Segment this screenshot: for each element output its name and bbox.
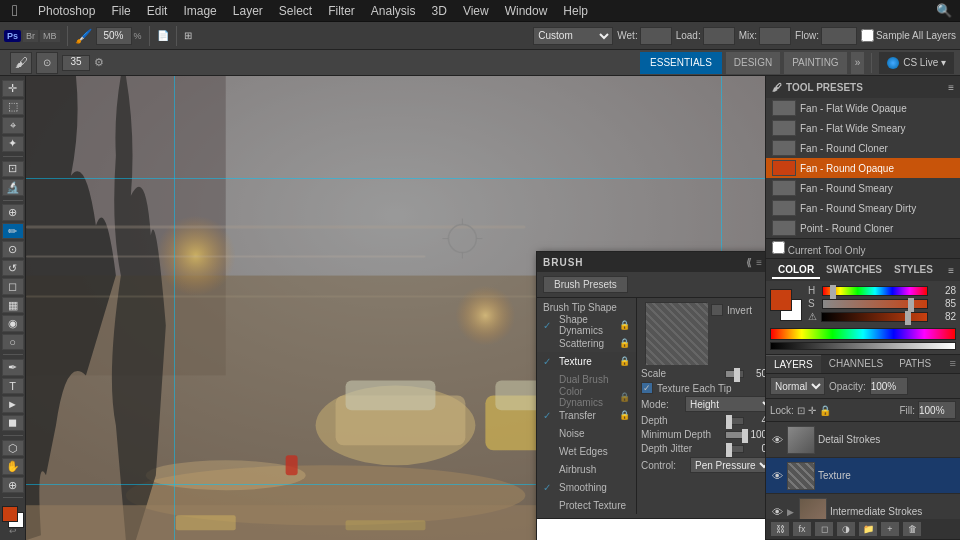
layer-vis-1[interactable]: 👁 <box>770 469 784 483</box>
color-panel-menu-icon[interactable]: ≡ <box>948 265 954 276</box>
tool-history-icon[interactable]: ⊙ <box>36 52 58 74</box>
brush-panel-expand-icon[interactable]: ⟪ <box>746 257 752 268</box>
menu-help[interactable]: Help <box>555 0 596 22</box>
tool-clone[interactable]: ⊙ <box>2 241 24 258</box>
zoom-value[interactable]: % <box>96 27 142 45</box>
painting-button[interactable]: PAINTING <box>784 52 846 74</box>
hue-slider[interactable] <box>822 286 928 296</box>
menu-window[interactable]: Window <box>497 0 556 22</box>
fill-input[interactable] <box>918 401 956 419</box>
apple-menu[interactable]:  <box>0 2 30 20</box>
flow-input[interactable]: 100% <box>821 27 857 45</box>
lock-position-icon[interactable]: ✛ <box>808 405 816 416</box>
preset-item-0[interactable]: Fan - Flat Wide Opaque <box>766 98 960 118</box>
tool-zoom[interactable]: ⊕ <box>2 477 24 494</box>
tool-hand[interactable]: ✋ <box>2 458 24 475</box>
invert-checkbox[interactable] <box>711 304 723 316</box>
sat-slider[interactable] <box>822 299 928 309</box>
tool-move[interactable]: ✛ <box>2 80 24 97</box>
brush-smoothing-item[interactable]: ✓ Smoothing <box>537 478 636 496</box>
depth-slider[interactable] <box>725 417 744 425</box>
load-input[interactable]: 53% <box>703 27 735 45</box>
preset-item-6[interactable]: Point - Round Cloner <box>766 218 960 238</box>
layer-texture[interactable]: 👁 Texture <box>766 458 960 494</box>
sat-thumb[interactable] <box>908 298 914 312</box>
tool-text[interactable]: T <box>2 378 24 395</box>
tool-magic-wand[interactable]: ✦ <box>2 136 24 153</box>
color-foreground-swatch[interactable] <box>770 289 792 311</box>
menu-edit[interactable]: Edit <box>139 0 176 22</box>
channels-tab[interactable]: CHANNELS <box>821 355 891 373</box>
brush-color-dyn-item[interactable]: ✓ Color Dynamics 🔒 <box>537 388 636 406</box>
tool-brush[interactable]: ✏ <box>2 223 24 240</box>
tool-brush-icon[interactable]: 🖌 <box>10 52 32 74</box>
bright-slider[interactable] <box>821 312 928 322</box>
depth-jitter-thumb[interactable] <box>726 443 732 457</box>
texture-each-tip-checkbox[interactable]: ✓ <box>641 382 653 394</box>
current-tool-only-checkbox[interactable] <box>772 241 785 254</box>
tool-dodge[interactable]: ○ <box>2 334 24 351</box>
group-layers-button[interactable]: 📁 <box>858 521 878 537</box>
blend-mode-select[interactable]: Normal <box>770 377 825 395</box>
layers-menu-icon[interactable]: ≡ <box>946 355 960 373</box>
options-icon[interactable]: ⚙ <box>94 56 104 69</box>
scale-thumb[interactable] <box>734 368 740 382</box>
search-icon[interactable]: 🔍 <box>928 3 960 18</box>
layer-style-button[interactable]: fx <box>792 521 812 537</box>
depth-thumb[interactable] <box>726 415 732 429</box>
doc-size-dropdown[interactable]: 📄 <box>157 30 169 41</box>
bright-thumb[interactable] <box>905 311 911 325</box>
preset-item-1[interactable]: Fan - Flat Wide Smeary <box>766 118 960 138</box>
brush-transfer-item[interactable]: ✓ Transfer 🔒 <box>537 406 636 424</box>
texture-preview[interactable] <box>645 302 707 364</box>
menu-view[interactable]: View <box>455 0 497 22</box>
opacity-input[interactable] <box>870 377 908 395</box>
lock-all-icon[interactable]: 🔒 <box>819 405 831 416</box>
color-tab[interactable]: COLOR <box>772 262 820 279</box>
brush-tool-icon[interactable]: 🖌️ <box>75 28 92 44</box>
depth-jitter-slider[interactable] <box>725 445 744 453</box>
tool-eyedropper[interactable]: 🔬 <box>2 179 24 196</box>
link-layers-button[interactable]: ⛓ <box>770 521 790 537</box>
gray-spectrum-bar[interactable] <box>770 342 956 350</box>
arrange-icon[interactable]: ⊞ <box>184 30 192 41</box>
tool-gradient[interactable]: ▦ <box>2 297 24 314</box>
layer-vis-2[interactable]: 👁 <box>770 505 784 519</box>
menu-3d[interactable]: 3D <box>424 0 455 22</box>
new-layer-button[interactable]: + <box>880 521 900 537</box>
brush-texture-item[interactable]: ✓ Texture 🔒 <box>537 352 636 370</box>
swatches-tab[interactable]: SWATCHES <box>820 262 888 279</box>
preset-item-4[interactable]: Fan - Round Smeary <box>766 178 960 198</box>
tool-path-select[interactable]: ► <box>2 396 24 413</box>
preset-item-3[interactable]: Fan - Round Opaque <box>766 158 960 178</box>
brush-shape-dynamics-item[interactable]: ✓ Shape Dynamics 🔒 <box>537 316 636 334</box>
layer-detail-strokes[interactable]: 👁 Detail Strokes <box>766 422 960 458</box>
brush-airbrush-item[interactable]: ✓ Airbrush <box>537 460 636 478</box>
menu-analysis[interactable]: Analysis <box>363 0 424 22</box>
brush-scattering-item[interactable]: ✓ Scattering 🔒 <box>537 334 636 352</box>
size-input[interactable]: 35 <box>62 55 90 71</box>
tool-shape[interactable]: ◼ <box>2 415 24 432</box>
tool-3d[interactable]: ⬡ <box>2 440 24 457</box>
mix-input[interactable] <box>759 27 791 45</box>
brush-presets-button[interactable]: Brush Presets <box>543 276 628 293</box>
preset-item-5[interactable]: Fan - Round Smeary Dirty <box>766 198 960 218</box>
menu-layer[interactable]: Layer <box>225 0 271 22</box>
tool-crop[interactable]: ⊡ <box>2 161 24 178</box>
tool-pen[interactable]: ✒ <box>2 359 24 376</box>
lock-pixel-icon[interactable]: ⊡ <box>797 405 805 416</box>
menu-photoshop[interactable]: Photoshop <box>30 0 103 22</box>
cslive-button[interactable]: CS Live ▾ <box>879 52 954 74</box>
min-depth-slider[interactable] <box>725 431 744 439</box>
brush-wet-edges-item[interactable]: ✓ Wet Edges <box>537 442 636 460</box>
brush-protect-texture-item[interactable]: ✓ Protect Texture <box>537 496 636 514</box>
sample-all-layers-checkbox[interactable] <box>861 29 874 42</box>
adjustment-layer-button[interactable]: ◑ <box>836 521 856 537</box>
tool-blur[interactable]: ◉ <box>2 315 24 332</box>
wet-input[interactable]: 0% <box>640 27 672 45</box>
scale-slider[interactable] <box>725 370 744 378</box>
foreground-color[interactable] <box>2 506 18 522</box>
essentials-button[interactable]: ESSENTIALS <box>640 52 722 74</box>
tool-spot-heal[interactable]: ⊕ <box>2 204 24 221</box>
tool-marquee[interactable]: ⬚ <box>2 99 24 116</box>
